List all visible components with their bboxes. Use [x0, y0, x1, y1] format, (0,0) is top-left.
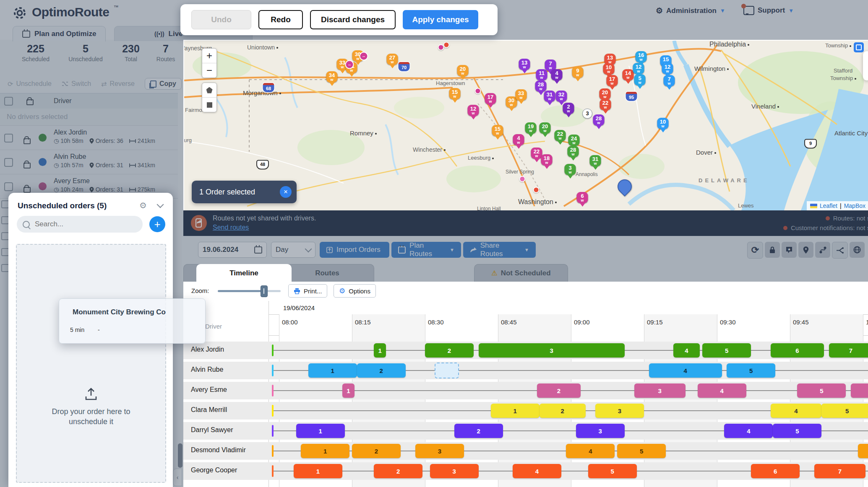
order-pin-marker[interactable]: 4w: [513, 134, 524, 145]
globe-button[interactable]: [850, 242, 865, 258]
close-icon[interactable]: ×: [280, 186, 292, 198]
route-stop-bar[interactable]: 7: [829, 343, 868, 357]
order-pin-marker[interactable]: 22w: [600, 99, 611, 110]
order-pin-marker[interactable]: 10w: [603, 63, 615, 75]
order-pin-marker[interactable]: 7w: [664, 75, 675, 86]
tab-plan-and-optimize[interactable]: Plan and Optimize: [13, 26, 106, 41]
order-pin-marker[interactable]: 11w: [536, 69, 547, 80]
date-picker[interactable]: 19.06.2024: [198, 242, 267, 258]
route-stop-bar[interactable]: 4: [566, 444, 615, 458]
route-stop-bar[interactable]: 3: [479, 343, 625, 357]
cluster-marker[interactable]: ..: [360, 52, 368, 61]
order-pin-marker[interactable]: 22w: [531, 148, 542, 159]
undo-button[interactable]: Undo: [191, 10, 251, 29]
route-stop-bar[interactable]: 1: [491, 404, 540, 418]
route-stop-bar[interactable]: 4: [724, 424, 773, 438]
order-dot-marker[interactable]: [533, 187, 540, 193]
reverse-action[interactable]: ⇄Reverse: [101, 80, 135, 88]
order-dot-marker[interactable]: [443, 42, 450, 48]
route-stop-bar[interactable]: 1: [296, 424, 345, 438]
print-button[interactable]: Print...: [288, 284, 327, 298]
order-pin-marker[interactable]: 15w: [449, 88, 461, 99]
route-stop-bar[interactable]: 2: [540, 404, 586, 418]
add-order-button[interactable]: +: [149, 216, 165, 232]
order-pin-marker[interactable]: 24w: [568, 135, 580, 146]
route-stop-bar[interactable]: 1: [294, 464, 342, 478]
unschedule-action[interactable]: ⟳Unschedule: [8, 80, 52, 88]
range-select[interactable]: Day: [271, 242, 315, 258]
zoom-out-button[interactable]: −: [202, 63, 216, 78]
count-marker[interactable]: 3: [582, 109, 592, 119]
route-stop-bar[interactable]: 4: [649, 363, 722, 378]
driver-checkbox[interactable]: [4, 182, 13, 191]
send-routes-link[interactable]: Send routes: [213, 224, 249, 231]
scrollbar-thumb[interactable]: [178, 443, 182, 468]
route-stop-bar[interactable]: 3: [576, 424, 625, 438]
unschedule-dropzone[interactable]: Drop your order here to unschedule it: [16, 244, 166, 483]
driver-checkbox[interactable]: [4, 134, 13, 142]
tab-timeline-active[interactable]: Timeline: [196, 264, 292, 282]
route-stop-bar[interactable]: 6: [771, 343, 824, 357]
select-all-checkbox[interactable]: [4, 97, 13, 106]
driver-checkbox[interactable]: [4, 158, 13, 167]
cluster-marker[interactable]: ..: [345, 60, 354, 69]
order-pin-marker[interactable]: 12w: [633, 63, 644, 74]
order-pin-marker[interactable]: 34w: [326, 71, 338, 83]
route-stop-bar[interactable]: 2: [454, 424, 503, 438]
order-pin-marker[interactable]: 6w: [577, 192, 588, 203]
collapse-panel-button[interactable]: ‹: [173, 469, 182, 486]
route-stop-bar[interactable]: 4: [673, 343, 700, 357]
order-pin-marker[interactable]: 33w: [516, 89, 527, 101]
map-fit-button[interactable]: [854, 42, 864, 52]
mapbox-link[interactable]: MapBox: [844, 202, 865, 209]
route-stop-bar[interactable]: 5: [821, 404, 868, 418]
route-stop-bar[interactable]: 4: [698, 383, 746, 398]
copy-button[interactable]: Copy: [145, 78, 182, 90]
redo-button[interactable]: Redo: [258, 10, 303, 29]
leaflet-link[interactable]: Leaflet: [820, 202, 837, 209]
route-stop-bar[interactable]: 3: [595, 404, 644, 418]
location-pin-button[interactable]: [798, 242, 813, 258]
order-pin-marker[interactable]: 16w: [636, 51, 647, 62]
order-pin-marker[interactable]: 18w: [541, 154, 553, 166]
route-stop-bar[interactable]: 6: [751, 464, 800, 478]
route-stop-bar[interactable]: 5: [588, 464, 637, 478]
dragged-order-card[interactable]: Monument City Brewing Co 5 min -: [59, 298, 206, 344]
share-routes-button[interactable]: Share Routes ▼: [463, 242, 536, 258]
route-stop-bar[interactable]: 5: [617, 444, 666, 458]
order-pin-marker[interactable]: 4w: [551, 69, 563, 80]
drop-placeholder-slot[interactable]: [435, 363, 459, 378]
route-stop-bar[interactable]: 3: [430, 464, 479, 478]
route-stop-bar[interactable]: 4: [771, 404, 822, 418]
search-input[interactable]: [34, 220, 132, 229]
tab-not-scheduled[interactable]: ⚠Not Scheduled: [474, 264, 568, 282]
order-pin-marker[interactable]: 5w: [634, 74, 646, 85]
zoom-slider[interactable]: [218, 290, 281, 292]
route-stop-bar[interactable]: 2: [352, 444, 401, 458]
driver-row[interactable]: Alvin Rube ◷10h 57m Orders: 31 341km: [0, 150, 178, 174]
order-pin-marker[interactable]: 31w: [590, 155, 601, 166]
route-stop-bar[interactable]: [858, 444, 868, 458]
order-pin-marker[interactable]: 17w: [607, 75, 618, 86]
order-pin-marker[interactable]: 17w: [485, 93, 496, 104]
lock-icon[interactable]: [23, 138, 31, 144]
driver-row[interactable]: Alex Jordin ◷10h 58m Orders: 36 241km: [0, 126, 178, 150]
route-stop-bar[interactable]: 1: [308, 363, 357, 378]
options-button[interactable]: ⚙ Options: [334, 284, 376, 298]
saved-places-button[interactable]: ★: [782, 242, 797, 258]
zoom-in-button[interactable]: +: [202, 49, 216, 63]
order-pin-marker[interactable]: 15w: [492, 125, 503, 136]
route-stop-bar[interactable]: 2: [425, 343, 474, 357]
route-stop-bar[interactable]: 5: [797, 383, 846, 398]
route-stop-bar[interactable]: 1: [301, 444, 349, 458]
route-stop-bar[interactable]: 3: [634, 383, 686, 398]
apply-changes-button[interactable]: Apply changes: [403, 10, 478, 29]
order-dot-marker[interactable]: [475, 88, 481, 94]
route-stop-bar[interactable]: [851, 383, 868, 398]
order-pin-marker[interactable]: 14w: [623, 69, 634, 80]
route-stop-bar[interactable]: 1: [342, 383, 354, 398]
rectangle-select-button[interactable]: [202, 98, 216, 112]
route-stop-bar[interactable]: 4: [513, 464, 561, 478]
routes-map[interactable]: WaynesburgUniontownMorgantownFairmontbur…: [183, 40, 868, 210]
plan-routes-button[interactable]: Plan Routes ▼: [391, 242, 461, 258]
